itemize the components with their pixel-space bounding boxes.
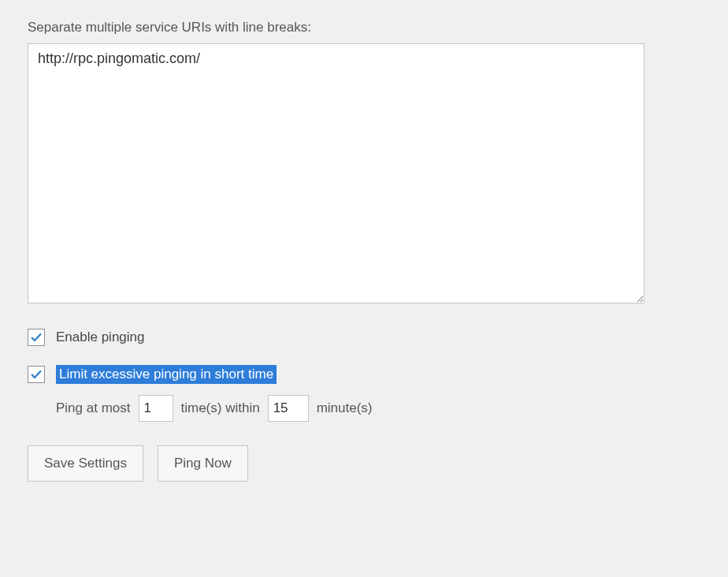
button-row: Save Settings Ping Now (28, 445, 700, 482)
ping-now-button[interactable]: Ping Now (158, 445, 248, 482)
ping-limits-prefix: Ping at most (56, 400, 131, 416)
ping-times-input[interactable] (139, 395, 173, 422)
ping-minutes-input[interactable] (268, 395, 309, 422)
limit-pinging-row: Limit excessive pinging in short time (28, 365, 700, 384)
ping-limits-suffix: minute(s) (317, 400, 373, 416)
save-settings-button[interactable]: Save Settings (28, 445, 143, 482)
enable-pinging-row: Enable pinging (28, 329, 700, 346)
uris-label: Separate multiple service URIs with line… (28, 20, 700, 35)
ping-limits-row: Ping at most time(s) within minute(s) (56, 395, 700, 422)
check-icon (30, 331, 43, 344)
ping-limits-mid: time(s) within (181, 400, 260, 416)
limit-pinging-label[interactable]: Limit excessive pinging in short time (56, 365, 277, 384)
enable-pinging-checkbox[interactable] (28, 329, 45, 346)
uris-textarea[interactable] (28, 43, 644, 303)
check-icon (30, 368, 43, 381)
enable-pinging-label[interactable]: Enable pinging (56, 329, 144, 345)
limit-pinging-checkbox[interactable] (28, 366, 45, 383)
